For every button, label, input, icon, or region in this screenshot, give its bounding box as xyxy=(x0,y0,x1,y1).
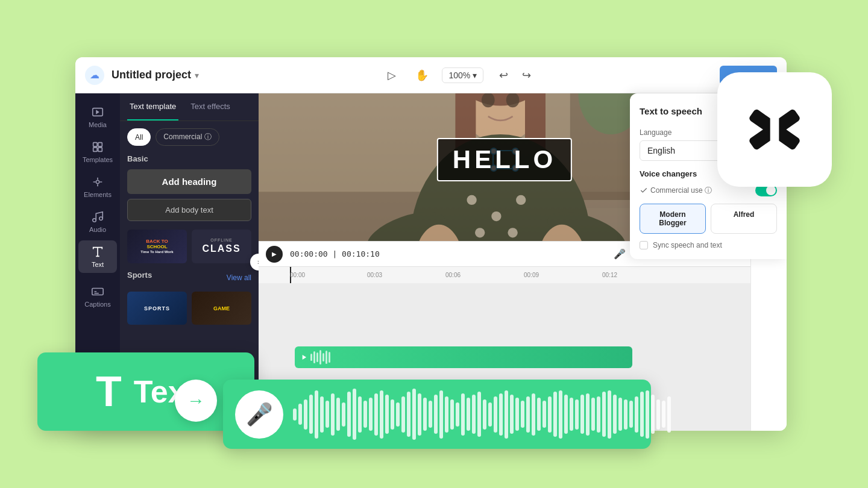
add-body-text-button[interactable]: Add body text xyxy=(127,199,251,221)
hello-text-element[interactable]: HELLO xyxy=(437,138,572,181)
filter-commercial-button[interactable]: Commercial ⓘ xyxy=(156,128,219,146)
voice-cards: Modern Blogger Alfred xyxy=(640,204,777,234)
filter-bar: All Commercial ⓘ xyxy=(127,128,251,146)
timeline-track[interactable] xyxy=(295,346,632,368)
wave-bar-23 xyxy=(418,393,421,436)
template-text-school: SCHOOL xyxy=(140,244,173,250)
wave-bar-48 xyxy=(553,392,557,437)
wave-bar-14 xyxy=(369,398,373,431)
voice-card-modern-blogger[interactable]: Modern Blogger xyxy=(640,204,706,234)
wave-bar-45 xyxy=(537,398,541,431)
sports-section: Sports View all SPORTS GAME xyxy=(127,271,251,325)
template-text-time: Time To Hard Work xyxy=(140,250,173,254)
arrow-circle-button[interactable]: → xyxy=(175,380,217,422)
wave-bar-24 xyxy=(423,398,427,431)
zoom-control[interactable]: 100% ▾ xyxy=(442,67,483,83)
project-title-area[interactable]: Untitled project ▾ xyxy=(112,69,199,81)
svg-point-21 xyxy=(467,195,476,205)
wave-bar-56 xyxy=(597,396,600,433)
ruler-mark-12: 00:12 xyxy=(602,272,617,278)
wave-bar-36 xyxy=(488,402,492,427)
template-card-class[interactable]: OFFLINE CLASS xyxy=(192,230,251,263)
wave-bar-42 xyxy=(521,401,524,428)
voice-card-alfred[interactable]: Alfred xyxy=(711,204,777,234)
mic-timeline-button[interactable]: 🎤 xyxy=(611,245,629,263)
voice-card-modern-blogger-label: Modern Blogger xyxy=(646,210,699,227)
wave-bar-61 xyxy=(624,399,627,430)
sidebar-item-templates[interactable]: Templates xyxy=(78,136,117,168)
sports-template-grid: SPORTS GAME xyxy=(127,292,251,325)
svg-rect-9 xyxy=(92,289,103,295)
template-class-main: CLASS xyxy=(202,243,241,254)
wave-bar-50 xyxy=(564,395,568,434)
tab-text-template[interactable]: Text template xyxy=(127,93,178,120)
wave-bar-53 xyxy=(580,395,584,434)
sidebar-item-media[interactable]: Media xyxy=(78,101,117,133)
wave-bar-38 xyxy=(499,393,503,436)
wave-bar-58 xyxy=(608,390,611,439)
sidebar-item-captions[interactable]: Captions xyxy=(78,280,117,313)
project-title: Untitled project xyxy=(112,69,191,81)
filter-all-button[interactable]: All xyxy=(127,128,151,146)
wave-bar-51 xyxy=(570,398,573,431)
template-card-back-to-school[interactable]: BACK TO SCHOOL Time To Hard Work xyxy=(127,230,187,263)
wave-bar-17 xyxy=(385,395,389,434)
add-heading-button[interactable]: Add heading xyxy=(127,169,251,194)
wave-bar-29 xyxy=(450,399,454,430)
wave-bar-64 xyxy=(640,392,644,437)
wave-bar-52 xyxy=(575,399,579,430)
top-bar: ☁ Untitled project ▾ ▷ ✋ 100% ▾ ↩ ↪ ↑ Ex… xyxy=(75,57,787,93)
wave-bar-62 xyxy=(629,401,633,428)
cursor-tool-button[interactable]: ▷ xyxy=(382,65,402,86)
view-all-link[interactable]: View all xyxy=(227,274,251,282)
svg-rect-44 xyxy=(770,113,779,146)
sports-template-card-1[interactable]: SPORTS xyxy=(127,292,187,325)
wave-bar-15 xyxy=(374,393,378,436)
voice-card-alfred-label: Alfred xyxy=(717,210,770,219)
sidebar-item-audio[interactable]: Audio xyxy=(78,205,117,238)
play-button[interactable]: ▶ xyxy=(266,246,283,263)
hand-tool-button[interactable]: ✋ xyxy=(412,65,432,86)
redo-button[interactable]: ↪ xyxy=(516,65,536,86)
sidebar-item-text[interactable]: Text xyxy=(78,240,117,273)
svg-point-6 xyxy=(96,180,99,184)
wave-bar-69 xyxy=(667,396,671,433)
commercial-use-label: Commercial use ⓘ xyxy=(640,186,712,196)
wave-bar-31 xyxy=(461,393,465,436)
sync-checkbox[interactable] xyxy=(640,241,648,249)
wave-bar-35 xyxy=(483,399,486,430)
wave-bar-10 xyxy=(347,392,351,437)
undo-button[interactable]: ↩ xyxy=(493,65,514,86)
wave-bar-3 xyxy=(309,395,313,434)
tab-text-effects[interactable]: Text effects xyxy=(188,93,233,120)
wave-bar-8 xyxy=(336,398,340,431)
tts-title: Text to speech xyxy=(640,106,702,116)
wave-bar-2 xyxy=(304,399,307,430)
mic-icon: 🎤 xyxy=(246,402,273,427)
cloud-icon[interactable]: ☁ xyxy=(85,66,104,85)
sidebar-item-templates-label: Templates xyxy=(83,156,113,163)
wave-bar-43 xyxy=(526,396,530,433)
audio-bubble-floating: 🎤 xyxy=(223,380,651,449)
template-class-offline: OFFLINE xyxy=(210,238,233,242)
wave-bar-33 xyxy=(472,395,476,434)
wave-bar-20 xyxy=(401,396,405,433)
sidebar-item-elements[interactable]: Elements xyxy=(78,170,117,203)
sports-template-card-2[interactable]: GAME xyxy=(192,292,251,325)
wave-bar-30 xyxy=(456,402,459,427)
capcut-logo-svg xyxy=(741,96,808,163)
svg-rect-2 xyxy=(93,143,97,146)
wave-bar-9 xyxy=(342,402,345,427)
svg-point-7 xyxy=(93,219,96,222)
mic-circle: 🎤 xyxy=(235,390,283,439)
wave-bar-65 xyxy=(646,390,649,439)
wave-bar-63 xyxy=(635,396,638,433)
wave-bar-54 xyxy=(586,393,590,436)
wave-bar-27 xyxy=(439,390,443,439)
sidebar-item-elements-label: Elements xyxy=(84,191,112,198)
text-T-icon: T xyxy=(96,368,122,416)
sidebar-item-captions-label: Captions xyxy=(84,301,110,308)
wave-bar-55 xyxy=(591,398,595,431)
time-total: 00:10:10 xyxy=(342,249,380,258)
wave-bar-46 xyxy=(542,401,546,428)
